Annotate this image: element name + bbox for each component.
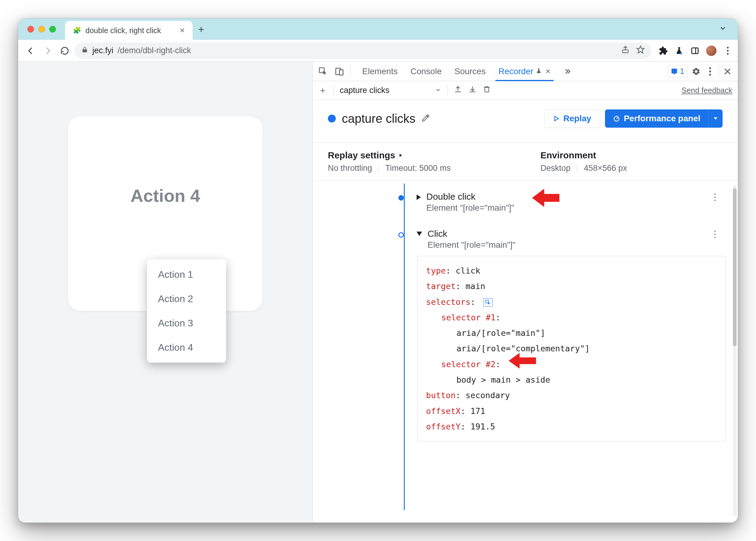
page-viewport[interactable]: Action 4 Action 1 Action 2 Action 3 Acti… <box>18 62 312 522</box>
devtools-tab-elements[interactable]: Elements <box>360 62 400 81</box>
scrollbar-thumb[interactable] <box>733 188 737 346</box>
detail-key: target <box>426 281 456 291</box>
tab-close-button[interactable]: × <box>180 26 185 35</box>
replay-button[interactable]: Replay <box>544 109 600 128</box>
context-menu-item[interactable]: Action 2 <box>147 286 226 311</box>
more-tabs-chevron-icon[interactable] <box>562 66 572 77</box>
performance-panel-button[interactable]: Performance panel <box>605 109 708 128</box>
detail-key: type <box>426 266 446 275</box>
svg-point-12 <box>709 70 711 72</box>
recording-header: capture clicks Replay Performance panel <box>313 100 738 134</box>
inspect-element-icon[interactable] <box>317 66 328 77</box>
detail-value[interactable]: main <box>466 281 485 291</box>
address-bar[interactable]: jec.fyi/demo/dbl-right-click <box>75 43 651 59</box>
devtools-tab-console[interactable]: Console <box>409 62 444 81</box>
annotation-arrow-icon <box>509 352 536 370</box>
steps-timeline: Double click Element "[role="main"]" ⋮ <box>313 184 738 449</box>
pick-selector-icon[interactable] <box>484 298 493 307</box>
detail-value[interactable]: secondary <box>466 390 510 400</box>
svg-marker-25 <box>714 117 717 120</box>
context-menu-item[interactable]: Action 4 <box>147 335 226 359</box>
step-details: type: click target: main selectors: sele… <box>417 256 726 441</box>
devtools-close-icon[interactable] <box>722 66 733 77</box>
environment-size: 458×566 px <box>584 164 627 173</box>
browser-tab[interactable]: 🧩 double click, right click × <box>65 21 192 40</box>
issues-button[interactable]: 1 <box>667 65 688 78</box>
detail-value[interactable]: click <box>456 266 480 275</box>
import-icon[interactable] <box>468 85 477 96</box>
timeout-value: Timeout: 5000 ms <box>385 164 451 173</box>
step-subtitle: Element "[role="main"]" <box>428 240 516 250</box>
panel-icon[interactable] <box>690 46 699 55</box>
detail-key: button <box>426 390 456 400</box>
replay-button-label: Replay <box>564 114 591 123</box>
detail-value[interactable]: body > main > aside <box>456 375 550 384</box>
svg-marker-29 <box>509 353 536 369</box>
step-double-click: Double click Element "[role="main"]" ⋮ <box>401 184 726 221</box>
forward-button[interactable] <box>41 44 55 58</box>
context-menu-item[interactable]: Action 1 <box>147 262 226 286</box>
bookmark-icon[interactable] <box>636 45 645 56</box>
detail-value[interactable]: 171 <box>470 406 485 416</box>
recording-selector-label: capture clicks <box>340 86 390 95</box>
step-title[interactable]: Click <box>428 229 516 239</box>
context-menu-item[interactable]: Action 3 <box>147 311 226 335</box>
detail-key: selector #1 <box>441 313 496 322</box>
svg-point-5 <box>727 47 729 48</box>
devtools-tab-recorder[interactable]: Recorder × <box>497 62 553 81</box>
edit-title-icon[interactable] <box>421 114 430 123</box>
back-button[interactable] <box>24 44 38 58</box>
tab-close-icon[interactable]: × <box>546 67 550 76</box>
svg-marker-1 <box>637 46 644 53</box>
minimize-window-button[interactable] <box>38 26 45 33</box>
replay-settings-label: Replay settings <box>328 150 395 161</box>
performance-panel-label: Performance panel <box>624 114 700 123</box>
detail-key: selectors <box>426 297 470 307</box>
devtools-tab-sources[interactable]: Sources <box>453 62 487 81</box>
detail-key: selector #2 <box>441 359 496 369</box>
collapse-step-icon[interactable] <box>417 232 422 236</box>
profile-avatar[interactable] <box>706 46 716 56</box>
recorder-body: Replay settings No throttling Timeout: 5… <box>313 134 738 522</box>
detail-value[interactable]: aria/[role="main"] <box>456 328 546 338</box>
beaker-icon[interactable] <box>674 46 684 55</box>
delete-icon[interactable] <box>483 85 491 96</box>
export-icon[interactable] <box>454 85 462 96</box>
recording-selector[interactable]: capture clicks <box>340 86 441 95</box>
expand-step-icon[interactable] <box>417 195 421 200</box>
devtools-tab-recorder-label: Recorder <box>498 67 533 76</box>
experimental-beaker-icon <box>536 67 542 76</box>
toolbar: jec.fyi/demo/dbl-right-click <box>18 40 738 62</box>
device-toggle-icon[interactable] <box>334 66 345 77</box>
environment-device: Desktop <box>541 164 570 173</box>
step-title[interactable]: Double click <box>426 192 515 202</box>
lock-icon <box>82 47 88 55</box>
demo-card[interactable]: Action 4 Action 1 Action 2 Action 3 Acti… <box>68 116 262 311</box>
detail-value[interactable]: 191.5 <box>470 422 495 431</box>
reload-button[interactable] <box>58 44 72 58</box>
new-tab-button[interactable]: + <box>192 23 210 35</box>
extensions-icon[interactable] <box>659 46 668 55</box>
recorder-toolbar: ＋ capture clicks Send fe <box>313 81 738 100</box>
send-feedback-link[interactable]: Send feedback <box>681 86 732 95</box>
titlebar: 🧩 double click, right click × + <box>18 19 738 40</box>
step-menu-icon[interactable]: ⋮ <box>710 229 726 239</box>
svg-rect-3 <box>692 48 698 54</box>
new-recording-button[interactable]: ＋ <box>318 84 327 97</box>
performance-panel-dropdown[interactable] <box>708 109 723 128</box>
devtools-tabstrip: Elements Console Sources Recorder × <box>313 62 738 81</box>
replay-settings-heading[interactable]: Replay settings <box>328 150 510 161</box>
url-host: jec.fyi <box>92 46 113 55</box>
window-controls <box>27 26 56 33</box>
devtools-menu-icon[interactable] <box>705 66 716 77</box>
share-icon[interactable] <box>621 45 629 56</box>
favicon-icon: 🧩 <box>73 26 81 34</box>
close-window-button[interactable] <box>27 26 34 33</box>
step-menu-icon[interactable]: ⋮ <box>710 192 726 202</box>
maximize-window-button[interactable] <box>49 26 56 33</box>
settings-gear-icon[interactable] <box>691 66 702 77</box>
url-path: /demo/dbl-right-click <box>118 46 191 55</box>
chrome-menu-icon[interactable] <box>723 46 732 55</box>
svg-marker-21 <box>555 116 559 121</box>
tabstrip-chevron-icon[interactable] <box>719 24 727 34</box>
